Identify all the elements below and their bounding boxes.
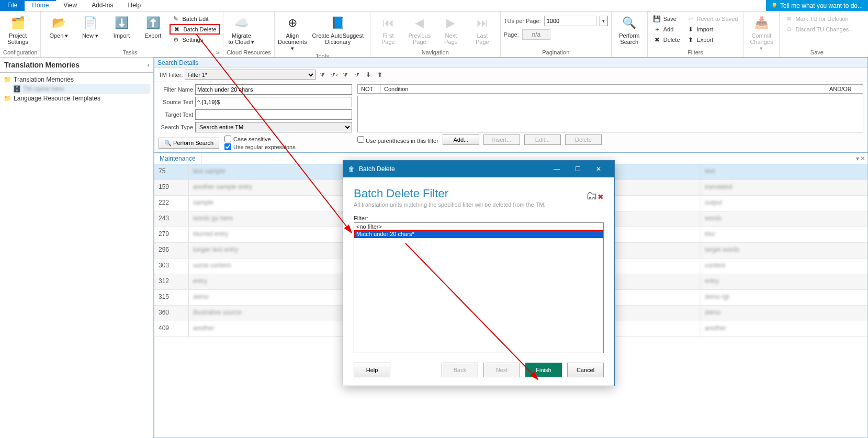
source-text-label: Source Text: [159, 99, 193, 105]
tab-home[interactable]: Home: [25, 0, 56, 11]
last-page-button[interactable]: ⏭Last Page: [468, 14, 497, 46]
import-button[interactable]: ⬇️Import: [107, 14, 136, 40]
tab-help[interactable]: Help: [121, 0, 149, 11]
tab-dropdown-icon[interactable]: ▾: [856, 155, 859, 162]
group-pagination: TUs per Page: ▾ Page: n/a Pagination: [501, 12, 612, 57]
open-button[interactable]: 📂Open ▾: [44, 14, 73, 40]
autosuggest-button[interactable]: 📘Create AutoSuggest Dictionary: [309, 14, 367, 46]
filter-import-icon[interactable]: ⬇: [364, 70, 373, 80]
row-number: 303: [154, 259, 189, 274]
cond-delete-btn[interactable]: Delete: [565, 134, 602, 145]
tab-close-icon[interactable]: ✕: [860, 155, 865, 162]
dialog-next-button[interactable]: Next: [483, 363, 520, 377]
migrate-cloud-button[interactable]: ☁️Migrate to Cloud ▾: [227, 14, 256, 46]
panel-title: Translation Memories‹: [0, 58, 153, 73]
tm-icon: 🗄️: [13, 85, 21, 93]
last-page-icon: ⏭: [474, 15, 491, 31]
filter-add-button[interactable]: ＋Add: [651, 24, 682, 35]
filter-save-button[interactable]: 💾Save: [651, 14, 682, 24]
target-text-input[interactable]: [195, 109, 352, 120]
tm-filter-select[interactable]: Filter 1*: [185, 70, 315, 80]
tab-maintenance[interactable]: Maintenance: [154, 153, 201, 164]
tab-addins[interactable]: Add-Ins: [84, 0, 120, 11]
search-type-select[interactable]: Search entire TM: [195, 122, 352, 132]
filter-export-icon[interactable]: ⬆: [375, 70, 385, 80]
close-icon[interactable]: ✕: [588, 164, 609, 174]
condition-header: NOT Condition AND/OR: [357, 84, 863, 94]
cond-add-btn[interactable]: Add...: [443, 134, 479, 145]
perform-search-button[interactable]: 🔍Perform Search: [615, 14, 644, 46]
collapse-icon[interactable]: ‹: [148, 62, 149, 68]
filter-delete-button[interactable]: ✖Delete: [651, 35, 682, 45]
use-paren-check[interactable]: Use parentheses in this filter: [357, 136, 438, 144]
dialog-subtitle: All translation units matching the speci…: [354, 201, 604, 208]
row-number: 360: [154, 306, 189, 321]
row-number: 312: [154, 274, 189, 289]
use-regex-check[interactable]: Use regular expressions: [224, 143, 296, 150]
minimize-icon[interactable]: —: [546, 164, 567, 174]
tree-templates[interactable]: 📁Language Resource Templates: [3, 94, 150, 103]
filter-next-icon[interactable]: ⧩: [352, 70, 362, 80]
filter-option-match[interactable]: Match under 20 chars*: [354, 230, 603, 238]
row-number: 243: [154, 211, 189, 227]
project-settings-button[interactable]: 🗂️ Project Settings: [3, 14, 32, 46]
open-icon: 📂: [50, 15, 67, 31]
filter-prev-icon[interactable]: ⧩: [341, 70, 350, 80]
ribbon: 🗂️ Project Settings Configuration 📂Open …: [0, 12, 868, 58]
filter-apply-icon[interactable]: ⧩: [318, 70, 327, 80]
tree-tm-item[interactable]: 🗄️TM name here: [13, 84, 150, 94]
next-page-button[interactable]: ▶Next Page: [436, 14, 466, 46]
group-navigation: ⏮First Page ◀Previous Page ▶Next Page ⏭L…: [370, 12, 501, 57]
batch-edit-button[interactable]: ✎Batch Edit: [170, 14, 220, 24]
tell-me-box[interactable]: Tell me what you want to do...: [766, 0, 868, 11]
prev-page-button[interactable]: ◀Previous Page: [405, 14, 434, 46]
filter-name-input[interactable]: [195, 84, 352, 95]
dialog-cancel-button[interactable]: Cancel: [567, 363, 604, 377]
export-button[interactable]: ⬆️Export: [138, 14, 167, 40]
new-button[interactable]: 📄New ▾: [75, 14, 105, 40]
tus-per-page-input[interactable]: [544, 16, 596, 26]
filter-clear-icon[interactable]: ⧩x: [329, 70, 339, 80]
dialog-help-button[interactable]: Help: [354, 363, 390, 377]
batch-delete-button[interactable]: ✖Batch Delete: [170, 24, 220, 35]
target-cell: output: [700, 196, 867, 211]
target-cell: entry: [700, 274, 867, 289]
dialog-finish-button[interactable]: Finish: [525, 363, 562, 377]
dialog-filter-list[interactable]: <no filter> Match under 20 chars*: [354, 222, 604, 353]
tree-root-tm[interactable]: 📁Translation Memories: [3, 75, 150, 84]
dropdown-icon[interactable]: ▾: [600, 16, 608, 26]
perform-search-btn[interactable]: 🔍 Perform Search: [159, 138, 219, 149]
filter-option-none[interactable]: <no filter>: [354, 223, 603, 230]
commit-changes-button[interactable]: 📥Commit Changes ▾: [747, 14, 776, 52]
settings-button[interactable]: ⚙Settings: [170, 35, 220, 45]
source-text-input[interactable]: [195, 97, 352, 107]
dialog-back-button[interactable]: Back: [442, 363, 478, 377]
mark-tu-deletion-button[interactable]: ✖Mark TU for Deletion: [783, 14, 851, 24]
prev-page-icon: ◀: [411, 15, 428, 31]
cond-edit-btn[interactable]: Edit...: [524, 134, 561, 145]
maximize-icon[interactable]: ☐: [567, 164, 588, 174]
align-documents-button[interactable]: ⊕Align Documents ▾: [278, 14, 307, 52]
search-details-panel: Search Details TM Filter: Filter 1* ⧩ ⧩x…: [154, 58, 868, 153]
discard-icon: ♻: [785, 25, 793, 33]
group-commit: 📥Commit Changes ▾: [743, 12, 780, 57]
filter-revert-button[interactable]: ↩Revert to Saved: [684, 14, 740, 24]
first-page-button[interactable]: ⏮First Page: [374, 14, 403, 46]
filter-import-button[interactable]: ⬇Import: [684, 24, 740, 35]
cond-insert-btn[interactable]: Insert...: [483, 134, 520, 145]
case-sensitive-check[interactable]: Case sensitive: [224, 136, 296, 142]
batch-delete-icon: ✖: [173, 25, 181, 33]
row-number: 279: [154, 227, 189, 242]
search-type-label: Search Type: [159, 124, 193, 130]
filter-export-button[interactable]: ⬆Export: [684, 35, 740, 45]
group-tasks: 📂Open ▾ 📄New ▾ ⬇️Import ⬆️Export ✎Batch …: [41, 12, 223, 57]
delete-icon: ✖: [653, 36, 661, 44]
tab-file[interactable]: File: [0, 0, 25, 11]
save-icon: 💾: [653, 15, 661, 23]
tab-view[interactable]: View: [56, 0, 84, 11]
folder-icon: 📁: [3, 95, 12, 102]
dialog-titlebar[interactable]: 🗑 Batch Delete — ☐ ✕: [343, 161, 614, 177]
discard-tu-button[interactable]: ♻Discard TU Changes: [783, 24, 851, 35]
new-icon: 📄: [82, 15, 98, 31]
first-page-icon: ⏮: [380, 15, 397, 31]
